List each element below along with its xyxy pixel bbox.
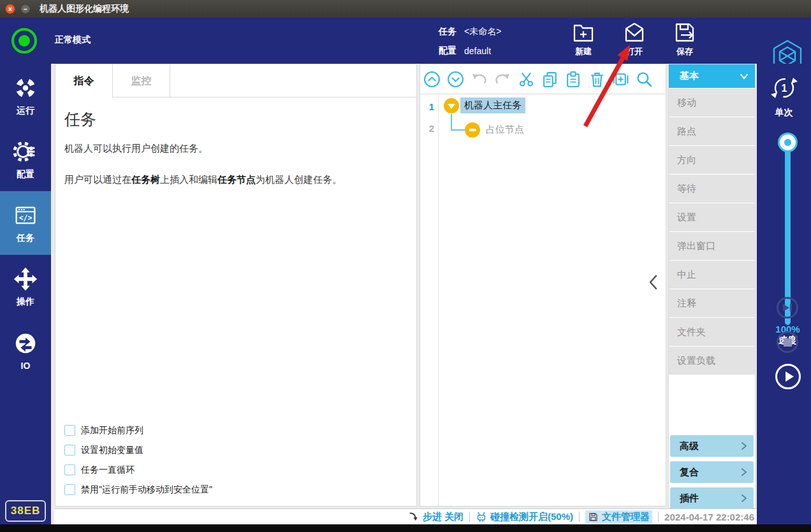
mode-label: 正常模式 <box>55 34 91 46</box>
svg-text:1: 1 <box>781 83 787 94</box>
sidebar-item-io[interactable]: IO <box>0 319 51 382</box>
open-file-icon <box>622 20 647 45</box>
mode-indicator-icon <box>11 28 37 54</box>
window-titlebar: × − 机器人图形化编程环境 <box>0 0 811 18</box>
palette-group-basic[interactable]: 基本 <box>669 64 755 88</box>
sidebar-item-run[interactable]: 运行 <box>0 64 51 127</box>
task-field-value: <未命名> <box>464 26 501 38</box>
floppy-icon <box>588 512 599 522</box>
cut-icon[interactable] <box>518 71 535 88</box>
step-arrow-icon <box>408 511 420 522</box>
left-sidebar: 运行 配置 </> 任务 操作 <box>0 64 51 524</box>
chevron-right-icon <box>741 442 747 450</box>
play-icon <box>785 371 794 382</box>
checkbox-disable-safe-move[interactable]: 禁用"运行前手动移动到安全位置" <box>64 480 212 500</box>
checkbox-add-pre-sequence[interactable]: 添加开始前序列 <box>64 421 212 440</box>
palette-group-advanced[interactable]: 高级 <box>670 435 754 457</box>
undo-icon[interactable] <box>471 71 488 88</box>
close-icon[interactable]: × <box>5 4 15 14</box>
save-button[interactable]: 保存 <box>664 20 705 61</box>
collapse-panel-icon[interactable] <box>647 273 661 291</box>
palette-item-popup[interactable]: 弹出窗口 <box>669 232 755 260</box>
sidebar-item-config[interactable]: 配置 <box>0 127 51 191</box>
new-file-icon <box>571 20 595 45</box>
copy-icon[interactable] <box>541 71 559 88</box>
description-line-1: 机器人可以执行用户创建的任务。 <box>64 143 406 155</box>
palette-item-comment[interactable]: 注释 <box>669 289 755 317</box>
palette-item-direction[interactable]: 方向 <box>669 146 755 174</box>
task-options: 添加开始前序列 设置初始变量值 任务一直循环 禁用"运行前手动移动到安全位置" <box>64 421 212 500</box>
tree-toolbar <box>420 64 666 94</box>
line-number: 1 <box>420 101 434 112</box>
checkbox-loop-forever[interactable]: 任务一直循环 <box>64 460 212 480</box>
tree-node-icon-placeholder[interactable] <box>465 122 480 138</box>
step-button[interactable] <box>777 297 798 319</box>
checkbox-icon[interactable] <box>64 484 75 495</box>
panel-tabs: 指令 监控 <box>55 64 416 97</box>
collision-detection-status[interactable]: 碰撞检测开启(50%) <box>476 511 573 523</box>
move-arrows-icon <box>12 266 39 292</box>
paste-icon[interactable] <box>565 71 582 88</box>
stop-button[interactable] <box>777 331 798 353</box>
checkbox-init-variables[interactable]: 设置初始变量值 <box>64 440 212 460</box>
palette-group-composite[interactable]: 复合 <box>670 461 754 483</box>
tab-instruction[interactable]: 指令 <box>55 64 113 97</box>
chevron-right-icon <box>741 494 747 503</box>
sidebar-item-task[interactable]: </> 任务 <box>0 191 51 255</box>
palette-item-move[interactable]: 移动 <box>669 89 755 117</box>
open-button[interactable]: 打开 <box>614 20 655 61</box>
new-button[interactable]: 新建 <box>563 20 604 61</box>
sidebar-item-operate[interactable]: 操作 <box>0 255 51 319</box>
io-exchange-icon <box>12 330 39 357</box>
tree-row-placeholder[interactable]: 占位节点 <box>482 122 528 138</box>
window-title: 机器人图形化编程环境 <box>40 3 129 15</box>
run-once-toggle[interactable]: 1 单次 <box>757 73 811 119</box>
checkbox-icon[interactable] <box>64 445 75 456</box>
insert-node-icon[interactable] <box>612 71 629 88</box>
move-down-icon[interactable] <box>447 71 464 88</box>
minimize-icon[interactable]: − <box>20 4 31 14</box>
gear-icon <box>12 138 39 165</box>
node-palette-panel: 基本 移动 路点 方向 等待 设置 弹出窗口 中止 注释 文件夹 设置负载 高级… <box>668 64 756 508</box>
move-up-icon[interactable] <box>423 71 441 88</box>
task-tree-panel: 1 2 机器人主任务 占位节点 <box>420 64 666 507</box>
clock-timestamp: 2024-04-17 22:02:46 <box>664 512 754 522</box>
checkbox-icon[interactable] <box>64 425 75 436</box>
config-field-value: default <box>464 46 491 56</box>
task-field-label: 任务 <box>439 26 457 38</box>
save-icon <box>673 20 697 45</box>
stop-icon <box>784 338 792 347</box>
redo-icon[interactable] <box>494 71 511 88</box>
code-window-icon: </> <box>12 202 39 229</box>
checkbox-icon[interactable] <box>64 464 75 475</box>
bottom-black-bar <box>0 524 811 532</box>
palette-item-wait[interactable]: 等待 <box>669 175 755 203</box>
line-number: 2 <box>420 123 434 134</box>
search-icon[interactable] <box>636 71 653 88</box>
palette-item-abort[interactable]: 中止 <box>669 261 755 289</box>
status-badge: 38EB <box>5 500 46 522</box>
delete-icon[interactable] <box>588 71 606 88</box>
page-title: 任务 <box>64 109 406 130</box>
tree-node-icon-expand[interactable] <box>444 98 459 113</box>
instruction-panel: 指令 监控 任务 机器人可以执行用户创建的任务。 用户可以通过在任务树上插入和编… <box>55 64 417 507</box>
palette-item-folder[interactable]: 文件夹 <box>669 318 755 346</box>
file-manager-button[interactable]: 文件管理器 <box>585 510 652 524</box>
play-button[interactable] <box>775 364 801 389</box>
speed-slider-thumb[interactable] <box>780 134 796 150</box>
palette-item-set[interactable]: 设置 <box>669 203 755 231</box>
svg-text:</>: </> <box>19 213 33 222</box>
palette-group-plugin[interactable]: 插件 <box>670 487 754 509</box>
palette-item-payload[interactable]: 设置负载 <box>669 347 755 375</box>
run-control-rail: 1 单次 100% 速度 <box>757 64 811 524</box>
app-header: 正常模式 任务 <未命名> 配置 default 新建 打开 <box>0 18 811 64</box>
config-field-label: 配置 <box>439 45 457 57</box>
tab-monitor[interactable]: 监控 <box>113 64 170 97</box>
palette-item-waypoint[interactable]: 路点 <box>669 117 755 145</box>
step-mode-status[interactable]: 步进 关闭 <box>408 511 464 523</box>
status-bar: 步进 关闭 碰撞检测开启(50%) 文件管理器 2024-04-17 22:02… <box>54 508 757 524</box>
chevron-down-icon <box>740 73 749 80</box>
tree-row-main-task[interactable]: 机器人主任务 <box>460 97 525 113</box>
task-tree: 1 2 机器人主任务 占位节点 <box>420 95 666 506</box>
document-info: 任务 <未命名> 配置 default <box>439 22 501 61</box>
